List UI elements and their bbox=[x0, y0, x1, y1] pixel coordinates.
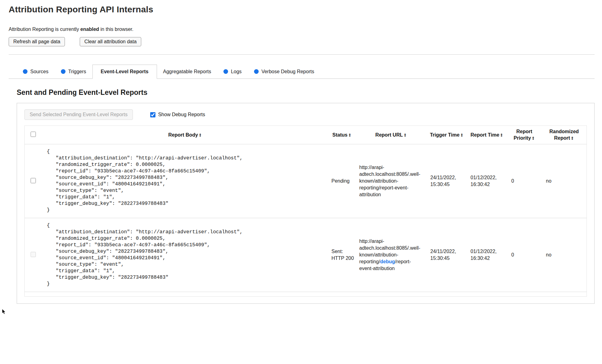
attribution-internals-page: Attribution Reporting API Internals Attr… bbox=[9, 4, 595, 304]
report-priority-cell: 0 bbox=[507, 144, 542, 218]
column-header-randomized-report[interactable]: Randomized Report↕ bbox=[542, 126, 587, 144]
column-label: Trigger Time bbox=[430, 132, 460, 138]
column-label: Report URL bbox=[375, 132, 403, 138]
trigger-time-cell: 24/11/2022, 15:30:45 bbox=[427, 218, 467, 292]
show-debug-checkbox[interactable] bbox=[150, 112, 155, 117]
sort-icon: ↕ bbox=[403, 133, 407, 138]
send-selected-button[interactable]: Send Selected Pending Event-Level Report… bbox=[24, 109, 133, 120]
status-suffix: in this browser. bbox=[100, 27, 134, 32]
tab-label: Sources bbox=[30, 69, 49, 74]
select-all-header-cell bbox=[25, 126, 42, 144]
report-body-cell: { "attribution_destination": "http://ara… bbox=[42, 218, 329, 292]
select-all-checkbox[interactable] bbox=[31, 132, 36, 137]
reports-panel: Send Selected Pending Event-Level Report… bbox=[17, 103, 595, 304]
clear-all-button[interactable]: Clear all attribution data bbox=[80, 37, 141, 46]
randomized-report-cell: no bbox=[542, 218, 587, 292]
row-select-cell bbox=[25, 218, 42, 292]
column-header-status[interactable]: Status↕ bbox=[329, 126, 356, 144]
mouse-cursor-icon bbox=[2, 309, 6, 315]
tab-event-level-reports[interactable]: Event-Level Reports bbox=[92, 65, 157, 79]
tab-triggers[interactable]: Triggers bbox=[55, 65, 92, 78]
toolbar: Refresh all page data Clear all attribut… bbox=[9, 37, 595, 46]
tab-label: Aggregatable Reports bbox=[163, 69, 211, 74]
tab-logs[interactable]: Logs bbox=[217, 65, 248, 78]
randomized-report-cell: no bbox=[542, 144, 587, 218]
status-cell: Pending bbox=[329, 144, 356, 218]
reports-table: Report Body↕ Status↕ Report URL↕ Trigger… bbox=[24, 125, 587, 297]
column-label: Status bbox=[333, 132, 348, 138]
sort-icon: ↕ bbox=[348, 133, 352, 138]
row-select-checkbox bbox=[31, 252, 36, 257]
row-select-cell bbox=[25, 144, 42, 218]
tab-label: Logs bbox=[231, 69, 242, 74]
sort-icon: ↕ bbox=[532, 136, 535, 141]
report-time-cell: 01/12/2022, 16:30:42 bbox=[467, 144, 507, 218]
report-body-json: { "attribution_destination": "http://ara… bbox=[47, 222, 325, 287]
table-row: { "attribution_destination": "http://ara… bbox=[25, 218, 587, 292]
new-data-dot-icon bbox=[223, 69, 228, 74]
tab-verbose-debug-reports[interactable]: Verbose Debug Reports bbox=[248, 65, 320, 78]
report-body-json: { "attribution_destination": "http://ara… bbox=[47, 149, 325, 214]
new-data-dot-icon bbox=[61, 69, 66, 74]
new-data-dot-icon bbox=[23, 69, 28, 74]
column-header-report-priority[interactable]: Report Priority↕ bbox=[507, 126, 542, 144]
page-divider bbox=[9, 54, 595, 55]
report-body-cell: { "attribution_destination": "http://ara… bbox=[42, 144, 329, 218]
table-row: { "attribution_destination": "http://ara… bbox=[25, 144, 587, 218]
panel-controls: Send Selected Pending Event-Level Report… bbox=[24, 109, 587, 120]
report-url-cell: http://arapi-adtech.localhost:8085/.well… bbox=[356, 218, 427, 292]
sort-icon: ↕ bbox=[500, 133, 503, 138]
report-priority-cell: 0 bbox=[507, 218, 542, 292]
status-prefix: Attribution Reporting is currently bbox=[9, 27, 79, 32]
tab-aggregatable-reports[interactable]: Aggregatable Reports bbox=[157, 65, 218, 78]
status-text: Attribution Reporting is currently enabl… bbox=[9, 27, 595, 32]
tab-sources[interactable]: Sources bbox=[17, 65, 55, 78]
tab-label: Triggers bbox=[68, 69, 86, 74]
table-header-row: Report Body↕ Status↕ Report URL↕ Trigger… bbox=[25, 126, 587, 144]
column-header-report-body[interactable]: Report Body↕ bbox=[42, 126, 329, 144]
show-debug-control[interactable]: Show Debug Reports bbox=[150, 112, 205, 117]
show-debug-label: Show Debug Reports bbox=[158, 112, 205, 117]
section-heading: Sent and Pending Event-Level Reports bbox=[17, 88, 595, 97]
column-header-report-url[interactable]: Report URL↕ bbox=[356, 126, 427, 144]
page-title: Attribution Reporting API Internals bbox=[9, 4, 595, 15]
column-label: Randomized Report bbox=[549, 129, 579, 141]
trigger-time-cell: 24/11/2022, 15:30:45 bbox=[427, 144, 467, 218]
report-time-cell: 01/12/2022, 16:30:42 bbox=[467, 218, 507, 292]
sort-icon: ↕ bbox=[199, 133, 202, 138]
row-select-checkbox[interactable] bbox=[31, 178, 36, 183]
sort-icon: ↕ bbox=[460, 133, 464, 138]
column-label: Report Time bbox=[471, 132, 499, 138]
tab-bar: Sources Triggers Event-Level Reports Agg… bbox=[9, 65, 595, 79]
status-emphasis: enabled bbox=[80, 27, 99, 32]
new-data-dot-icon bbox=[254, 69, 259, 74]
url-text: http://arapi-adtech.localhost:8085/.well… bbox=[359, 165, 420, 197]
column-header-report-time[interactable]: Report Time↕ bbox=[467, 126, 507, 144]
debug-url-segment: debug bbox=[380, 259, 395, 264]
table-footer-spacer bbox=[25, 292, 587, 297]
report-url-cell: http://arapi-adtech.localhost:8085/.well… bbox=[356, 144, 427, 218]
column-label: Report Priority bbox=[514, 129, 532, 141]
refresh-all-button[interactable]: Refresh all page data bbox=[9, 37, 65, 46]
column-header-trigger-time[interactable]: Trigger Time↕ bbox=[427, 126, 467, 144]
column-label: Report Body bbox=[168, 132, 198, 138]
tab-label: Verbose Debug Reports bbox=[261, 69, 314, 74]
tab-label: Event-Level Reports bbox=[101, 69, 149, 74]
status-cell: Sent: HTTP 200 bbox=[329, 218, 356, 292]
sort-icon: ↕ bbox=[571, 136, 574, 141]
